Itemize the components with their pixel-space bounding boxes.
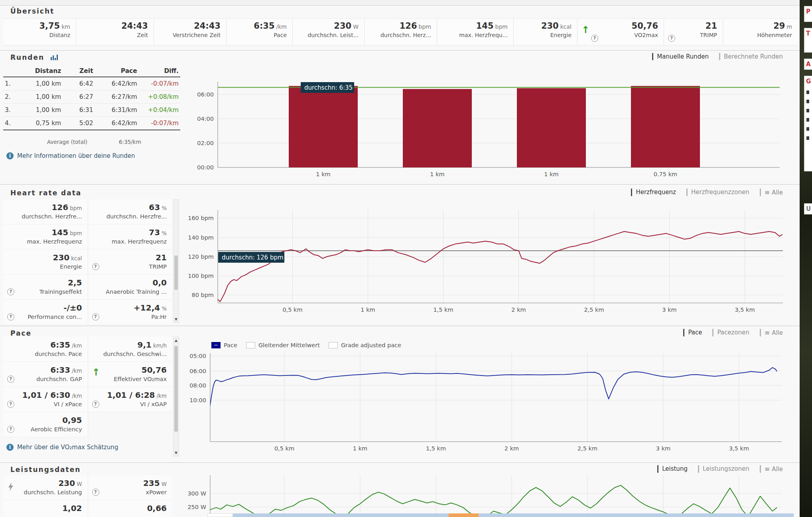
pace-chart[interactable]: 05:0006:0008:0010:000,5 km1 km1,5 km2 km…	[183, 351, 800, 451]
stat-unit: km/h	[153, 342, 167, 349]
lap-diff: -0:07/km	[139, 77, 180, 90]
edge-card-a[interactable]: A	[804, 59, 812, 70]
help-icon[interactable]: ?	[92, 263, 99, 270]
toggle-leistungszonen[interactable]: Leistungszonen	[698, 465, 749, 473]
edge-card-g[interactable]: G	[804, 76, 812, 171]
menu-icon: ≡	[765, 465, 770, 473]
overview-stat-zeit: 24:43Zeit	[76, 19, 154, 45]
svg-text:0,5 km: 0,5 km	[274, 445, 294, 451]
scrollbar-left-button[interactable]	[207, 513, 233, 517]
svg-text:04:00: 04:00	[197, 116, 214, 122]
scrollbar-track[interactable]	[233, 513, 794, 517]
vo2max-info-link[interactable]: i Mehr über die VO₂max Schätzung	[6, 444, 118, 451]
bottom-scrollbar[interactable]	[207, 513, 794, 517]
overview-stat-h-henmeter: 29mHöhenmeter	[723, 19, 798, 45]
help-icon[interactable]: ?	[7, 313, 14, 320]
overview-title: Übersicht	[10, 7, 54, 15]
stat-value: 230	[53, 253, 69, 262]
stat-trimp: ?21TRIMP	[88, 250, 173, 275]
power-chart[interactable]: 300 W250 W	[183, 472, 800, 517]
help-icon[interactable]: ?	[7, 375, 14, 383]
stat-value: -/±0	[63, 303, 82, 313]
scrollbar-thumb[interactable]	[174, 256, 178, 290]
help-icon[interactable]: ?	[7, 288, 14, 295]
edge-card-u[interactable]: U	[804, 203, 812, 214]
stat-value: 29	[773, 21, 785, 31]
toggle-alle[interactable]: ≡Alle	[760, 189, 783, 196]
svg-text:0.75 km: 0.75 km	[654, 171, 677, 177]
stat-value: 0,95	[62, 415, 82, 425]
legend-checkbox-checked[interactable]: −	[211, 342, 221, 348]
toggle-pace[interactable]: Pace	[683, 329, 702, 336]
top-strip	[0, 0, 800, 6]
scrollbar-thumb[interactable]	[449, 513, 479, 517]
lap-chart-icon[interactable]	[51, 55, 58, 60]
scroll-up-arrow[interactable]: ▲	[173, 338, 179, 342]
svg-text:300 W: 300 W	[187, 490, 206, 497]
scrollbar-thumb[interactable]	[174, 346, 178, 432]
table-row: 3.1,00 km6:316:31/km+0:04/km	[3, 104, 180, 117]
table-row: 2.1,00 km6:276:27/km+0:08/km	[3, 90, 180, 104]
power-stats-grid: 230Wdurchschn. Leistung?235WxPower1,020,…	[3, 475, 172, 517]
stat-label: Effektiver VO₂max	[91, 376, 167, 382]
stat-value-line: 24:43	[79, 21, 148, 31]
stat-value: 235	[143, 478, 160, 488]
stat-label: durchschn. GAP	[6, 376, 82, 382]
stat-value-line: 3,75km	[6, 21, 70, 31]
stat-unit: W	[162, 481, 167, 487]
laps-header-diff: Diff.	[139, 65, 180, 77]
stat-label: durchschn. Herzfre...	[91, 213, 167, 220]
stat-value-line: 6:33/km	[6, 365, 82, 375]
lap-distance: 1,00 km	[19, 104, 63, 117]
laps-info-link[interactable]: i Mehr Informationen über deine Runden	[6, 152, 135, 159]
overview-stat-durchschn-leist-: 230Wdurchschn. Leist...	[292, 19, 364, 45]
heart-view-toggles: HerzfrequenzHerzfrequenzzonen≡Alle	[631, 189, 783, 196]
stat-row: 230Wdurchschn. Leistung?235WxPower	[3, 475, 172, 500]
help-icon[interactable]: ?	[7, 401, 14, 408]
stat-value: 0,66	[88, 500, 173, 517]
stat-value: 3,75	[39, 21, 60, 31]
pace-stats-scrollbar[interactable]: ▲ ▼	[173, 337, 179, 456]
lap-time: 5:02	[63, 117, 95, 130]
scroll-down-arrow[interactable]: ▼	[173, 451, 179, 455]
stat-row: ?6:33/kmdurchschn. GAP↑50,76Effektiver V…	[3, 362, 172, 387]
toggle-herzfrequenzzonen[interactable]: Herzfrequenzzonen	[686, 189, 749, 196]
toggle-pacezonen[interactable]: Pacezonen	[712, 329, 749, 336]
stat-unit: /km	[72, 368, 82, 374]
toggle-leistung[interactable]: Leistung	[657, 465, 688, 473]
edge-text-stub	[806, 136, 809, 140]
svg-text:3,5 km: 3,5 km	[735, 307, 755, 313]
heart-stats-scrollbar[interactable]: ▼	[173, 199, 179, 323]
scroll-down-arrow[interactable]: ▼	[173, 317, 179, 321]
edge-card-p[interactable]: P	[804, 6, 812, 22]
laps-table-header-row: DistanzZeitPaceDiff.	[3, 65, 180, 77]
stat-label: VI / xPace	[6, 401, 82, 407]
lap-diff: +0:08/km	[139, 90, 180, 104]
help-icon[interactable]: ?	[92, 401, 99, 408]
legend-item-grade-adjusted-pace: Grade adjusted pace	[329, 342, 401, 348]
help-icon[interactable]: ?	[668, 35, 675, 42]
stat-row: ?0,95Aerobic Efficiency	[3, 412, 172, 437]
toggle-herzfrequenz[interactable]: Herzfrequenz	[631, 189, 676, 196]
svg-text:durchschn: 126 bpm: durchschn: 126 bpm	[222, 254, 284, 261]
help-icon[interactable]: ?	[92, 313, 99, 320]
heart-title: Heart rate data	[10, 189, 81, 197]
stat-row: 6:35/kmdurchschn. Pace9,1km/hdurchschn. …	[3, 337, 172, 362]
svg-text:05:00: 05:00	[189, 353, 206, 359]
help-icon[interactable]: ?	[591, 35, 598, 42]
pace-view-toggles: PacePacezonen≡Alle	[683, 329, 783, 336]
help-icon[interactable]: ?	[7, 426, 14, 433]
legend-checkbox[interactable]	[246, 342, 255, 348]
lap-pace: 6:27/km	[95, 90, 139, 104]
laps-pace-bar-chart[interactable]: 06:0004:0002:0000:001 km1 km1 km0.75 kmd…	[183, 59, 800, 177]
stat-label: max. Herzfrequ...	[440, 32, 508, 38]
stat-value: 63	[149, 202, 160, 212]
toggle-alle[interactable]: ≡Alle	[760, 329, 783, 336]
heart-rate-chart[interactable]: 160 bpm140 bpm120 bpm100 bpm80 bpm0,5 km…	[183, 207, 800, 319]
legend-checkbox[interactable]	[329, 342, 338, 348]
toggle-alle[interactable]: ≡Alle	[760, 465, 783, 473]
edge-card-t[interactable]: T	[804, 28, 812, 53]
legend-item-pace: −Pace	[211, 342, 237, 348]
help-icon[interactable]: ?	[92, 489, 99, 496]
edge-text-stub	[806, 100, 809, 103]
